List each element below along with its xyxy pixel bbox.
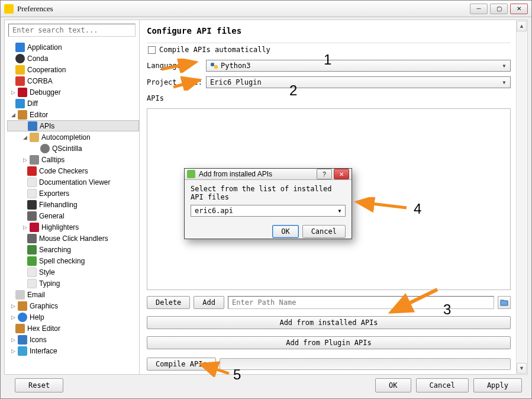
tree-item-label: Application	[27, 43, 62, 52]
compile-auto-checkbox[interactable]: Compile APIs automatically	[148, 46, 511, 54]
tree-item-icon	[18, 301, 27, 311]
minimize-button[interactable]: ─	[470, 4, 488, 14]
apply-button[interactable]: Apply	[473, 378, 522, 392]
tree-item-application[interactable]: Application	[7, 41, 139, 53]
tree-item-code-checkers[interactable]: Code Checkers	[7, 165, 139, 176]
compile-apis-button[interactable]: Compile APIs	[147, 358, 216, 371]
close-button[interactable]: ✕	[510, 4, 528, 14]
tree-item-icons[interactable]: ▷Icons	[7, 334, 139, 345]
api-file-combo[interactable]: eric6.api ▼	[191, 205, 346, 217]
tree-expand-icon[interactable]: ▷	[9, 336, 17, 343]
tree-item-label: Conda	[27, 54, 48, 63]
tree-item-icon	[15, 324, 25, 333]
tree-item-label: Editor	[30, 111, 48, 119]
tree-item-icon	[28, 121, 37, 131]
tree-item-icon	[18, 88, 27, 97]
add-from-installed-button[interactable]: Add from installed APIs	[147, 316, 511, 329]
tree-item-label: Code Checkers	[39, 167, 88, 175]
window-title: Preferences	[17, 4, 53, 14]
dialog-prompt: Select from the list of installed API fi…	[191, 185, 346, 201]
tree-item-filehandling[interactable]: Filehandling	[7, 199, 139, 210]
tree-expand-icon[interactable]: ▷	[21, 224, 28, 231]
tree-item-icon	[27, 189, 37, 198]
dialog-help-button[interactable]: ?	[317, 169, 332, 179]
tree-item-interface[interactable]: ▷Interface	[7, 345, 139, 356]
tree-item-label: Help	[30, 313, 44, 321]
cancel-button[interactable]: Cancel	[416, 378, 469, 392]
add-from-plugin-button[interactable]: Add from Plugin APIs	[147, 336, 511, 349]
project-type-combo[interactable]: Eric6 Plugin ▼	[206, 76, 511, 88]
tree-item-icon	[15, 54, 25, 63]
tree-item-editor[interactable]: ◢Editor	[7, 109, 139, 120]
tree-item-apis[interactable]: APIs	[7, 120, 139, 131]
delete-button[interactable]: Delete	[147, 296, 190, 309]
tree-item-exporters[interactable]: Exporters	[7, 188, 139, 199]
reset-button[interactable]: Reset	[15, 378, 63, 392]
compile-auto-label: Compile APIs automatically	[159, 46, 270, 54]
tree-item-debugger[interactable]: ▷Debugger	[7, 86, 139, 98]
tree-item-icon	[18, 346, 27, 356]
dialog-ok-button[interactable]: OK	[272, 225, 298, 238]
language-label: Language:	[147, 62, 206, 70]
tree-item-diff[interactable]: Diff	[7, 98, 139, 109]
tree-item-label: Searching	[39, 246, 71, 254]
tree-item-label: Interface	[30, 347, 57, 355]
vertical-scrollbar[interactable]: ▲ ▼	[516, 21, 527, 374]
dialog-title: Add from installed APIs	[199, 170, 272, 178]
search-input[interactable]	[8, 24, 136, 37]
open-file-button[interactable]	[498, 296, 511, 309]
tree-item-help[interactable]: ▷Help	[7, 311, 139, 323]
tree-expand-icon[interactable]: ▷	[9, 314, 17, 321]
tree-item-corba[interactable]: CORBA	[7, 75, 139, 86]
dialog-cancel-button[interactable]: Cancel	[302, 225, 346, 238]
tree-item-graphics[interactable]: ▷Graphics	[7, 300, 139, 311]
tree-expand-icon[interactable]: ▷	[9, 303, 17, 310]
language-combo[interactable]: Python3 ▼	[206, 60, 511, 72]
ok-button[interactable]: OK	[375, 378, 411, 392]
tree-expand-icon[interactable]: ▷	[9, 89, 17, 96]
tree-item-label: Exporters	[39, 189, 69, 198]
tree-item-conda[interactable]: Conda	[7, 53, 139, 64]
tree-item-label: Style	[39, 268, 55, 276]
tree-item-icon	[15, 65, 25, 75]
tree-collapse-icon[interactable]: ◢	[9, 111, 17, 118]
tree-item-icon	[27, 200, 37, 210]
path-input[interactable]	[228, 296, 494, 309]
tree-item-highlighters[interactable]: ▷Highlighters	[7, 221, 139, 233]
tree-collapse-icon[interactable]: ◢	[21, 134, 28, 141]
tree-item-email[interactable]: Email	[7, 289, 139, 300]
tree-item-autocompletion[interactable]: ◢Autocompletion	[7, 131, 139, 143]
tree-item-cooperation[interactable]: Cooperation	[7, 64, 139, 75]
tree-item-calltips[interactable]: ▷Calltips	[7, 154, 139, 165]
dialog-close-button[interactable]: ✕	[334, 169, 349, 179]
tree-item-searching[interactable]: Searching	[7, 244, 139, 255]
add-button[interactable]: Add	[194, 296, 224, 309]
app-icon	[4, 4, 14, 14]
tree-item-typing[interactable]: Typing	[7, 278, 139, 289]
maximize-button[interactable]: ▢	[490, 4, 508, 14]
language-value: Python3	[221, 62, 251, 70]
tree-item-spell-checking[interactable]: Spell checking	[7, 255, 139, 266]
project-type-label: Project Type:	[147, 78, 206, 86]
tree-item-icon	[15, 290, 25, 300]
python-icon	[210, 62, 218, 70]
tree-expand-icon[interactable]: ▷	[21, 156, 28, 163]
tree-item-label: APIs	[40, 122, 54, 130]
tree-item-icon	[15, 43, 25, 52]
category-tree[interactable]: ApplicationCondaCooperationCORBA▷Debugge…	[5, 40, 139, 374]
project-type-value: Eric6 Plugin	[210, 78, 262, 86]
tree-item-qscintilla[interactable]: QScintilla	[7, 143, 139, 154]
tree-item-label: Typing	[39, 279, 60, 288]
tree-item-documentation-viewer[interactable]: Documentation Viewer	[7, 176, 139, 188]
tree-item-label: Debugger	[30, 88, 61, 96]
tree-item-general[interactable]: General	[7, 210, 139, 221]
apis-label: APIs	[147, 93, 206, 102]
page-title: Configure API files	[147, 24, 511, 41]
tree-item-mouse-click-handlers[interactable]: Mouse Click Handlers	[7, 233, 139, 244]
tree-item-hex-editor[interactable]: Hex Editor	[7, 323, 139, 334]
scroll-up-icon[interactable]: ▲	[517, 21, 527, 31]
tree-item-style[interactable]: Style	[7, 266, 139, 278]
dialog-button-bar: Reset OK Cancel Apply	[4, 375, 528, 396]
tree-expand-icon[interactable]: ▷	[9, 347, 17, 355]
scroll-down-icon[interactable]: ▼	[517, 363, 527, 374]
